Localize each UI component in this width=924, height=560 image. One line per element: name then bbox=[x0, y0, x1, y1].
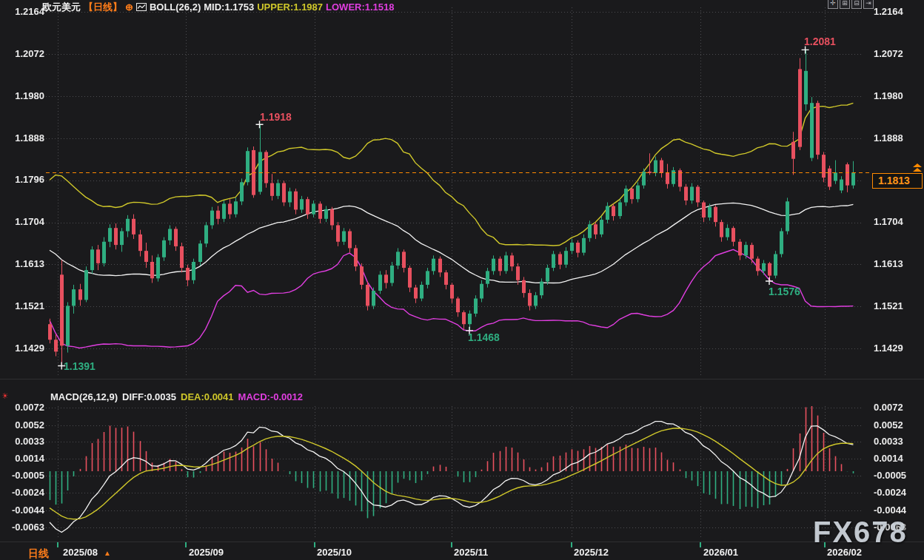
last-price-badge[interactable]: 1.1813 bbox=[872, 173, 923, 189]
macd-tick-right: 0.0033 bbox=[874, 436, 918, 448]
price-tick-right: 1.1521 bbox=[874, 300, 918, 312]
price-tick: 1.1429 bbox=[4, 343, 44, 354]
price-tick: 1.2072 bbox=[4, 48, 44, 60]
add-pane-icon[interactable]: ⊞ bbox=[840, 0, 850, 9]
macd-tick: -0.0005 bbox=[4, 470, 44, 482]
time-tick: 2025/12 bbox=[574, 547, 609, 558]
indicator-chart-icon[interactable] bbox=[136, 2, 147, 13]
price-tick: 1.1980 bbox=[4, 90, 44, 102]
macd-tick-right: 0.0014 bbox=[874, 453, 918, 465]
add-indicator-icon[interactable]: ⊕ bbox=[125, 1, 133, 13]
macd-tick: -0.0044 bbox=[4, 505, 44, 516]
price-tick: 1.1613 bbox=[4, 258, 44, 270]
price-tick-right: 1.1704 bbox=[874, 216, 918, 228]
macd-tick: 0.0033 bbox=[4, 436, 44, 448]
time-tick: 2025/10 bbox=[317, 547, 352, 558]
chart-window: 欧元美元【日线】⊕BOLL(26,2)MID:1.1753UPPER:1.198… bbox=[0, 0, 924, 560]
macd-tick: -0.0024 bbox=[4, 487, 44, 499]
price-tick-right: 1.1613 bbox=[874, 258, 918, 270]
macd-tick: 0.0072 bbox=[4, 402, 44, 414]
crosshair-icon[interactable]: ✛ bbox=[828, 0, 838, 9]
boll-lower-value: LOWER:1.1518 bbox=[326, 1, 394, 13]
price-tick: 1.1704 bbox=[4, 216, 44, 228]
time-tick: 2025/11 bbox=[454, 547, 488, 558]
boll-mid-value: MID:1.1753 bbox=[204, 1, 254, 13]
price-tick-right: 1.1429 bbox=[874, 343, 918, 354]
macd-label[interactable]: MACD(26,12,9) bbox=[50, 391, 118, 402]
symbol-name: 欧元美元 bbox=[42, 1, 81, 13]
timeframe-up-arrow-icon[interactable]: ▲ bbox=[104, 549, 111, 557]
low-annotation: 1.1468 bbox=[468, 331, 500, 343]
time-tick: 2025/08 bbox=[63, 547, 98, 558]
macd-tick-right: 0.0052 bbox=[874, 419, 918, 431]
fx678-watermark: FX678 bbox=[813, 516, 908, 549]
high-annotation: 1.1918 bbox=[260, 111, 292, 123]
macd-tick: 0.0014 bbox=[4, 453, 44, 465]
price-up-arrows-icon bbox=[913, 163, 922, 172]
macd-header: MACD(26,12,9)DIFF:0.0035DEA:0.0041MACD:-… bbox=[50, 391, 307, 402]
macd-dea-value: DEA:0.0041 bbox=[181, 391, 234, 402]
time-tick: 2026/01 bbox=[703, 547, 738, 558]
macd-tick-right: 0.0072 bbox=[874, 402, 918, 414]
timeframe-label[interactable]: 【日线】 bbox=[84, 1, 122, 13]
low-annotation: 1.1576 bbox=[769, 286, 800, 297]
macd-tick-right: -0.0044 bbox=[874, 505, 918, 516]
macd-tick: 0.0052 bbox=[4, 419, 44, 431]
price-tick: 1.1796 bbox=[4, 174, 44, 186]
high-annotation: 1.2081 bbox=[804, 36, 836, 47]
price-tick-right: 1.1888 bbox=[874, 132, 918, 144]
alert-dot-icon[interactable]: ☀ bbox=[1, 391, 9, 401]
macd-tick: -0.0063 bbox=[4, 522, 44, 533]
price-tick-right: 1.2164 bbox=[874, 6, 918, 18]
time-tick: 2025/09 bbox=[189, 547, 224, 558]
price-tick-right: 1.2072 bbox=[874, 48, 918, 60]
price-tick: 1.2164 bbox=[4, 6, 44, 18]
price-tick-right: 1.1980 bbox=[874, 90, 918, 102]
boll-upper-value: UPPER:1.1987 bbox=[257, 1, 323, 13]
low-annotation: 1.1391 bbox=[64, 360, 96, 372]
export-icon[interactable]: ⇥ bbox=[863, 0, 874, 9]
boll-label[interactable]: BOLL(26,2) bbox=[150, 1, 201, 13]
price-tick: 1.1521 bbox=[4, 300, 44, 312]
timeframe-selector[interactable]: 日线 bbox=[28, 547, 49, 560]
reduce-pane-icon[interactable]: ⊟ bbox=[851, 0, 862, 9]
macd-tick-right: -0.0024 bbox=[874, 487, 918, 499]
macd-diff-value: DIFF:0.0035 bbox=[122, 391, 176, 402]
macd-hist-value: MACD:-0.0012 bbox=[238, 391, 303, 402]
chart-header: 欧元美元【日线】⊕BOLL(26,2)MID:1.1753UPPER:1.198… bbox=[42, 1, 398, 14]
macd-tick-right: -0.0005 bbox=[874, 470, 918, 482]
price-tick: 1.1888 bbox=[4, 132, 44, 144]
candlestick-chart-canvas[interactable] bbox=[0, 0, 924, 560]
